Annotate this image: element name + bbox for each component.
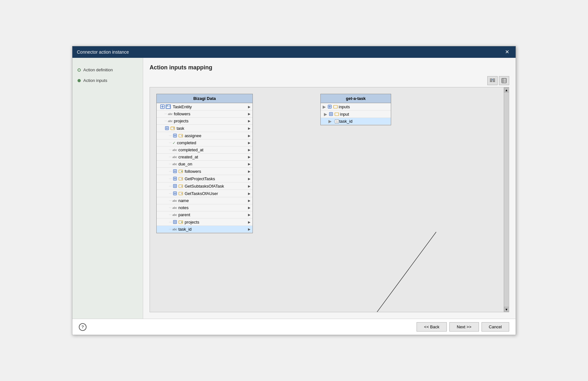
table-row-get-task-id[interactable]: ▶ ·· 1 task_id [321,118,391,125]
tree-dots: ···· [169,170,172,173]
folder-icon [178,191,183,196]
table-row[interactable]: ▶ input [321,111,391,118]
abc-icon: abc [172,206,177,209]
row-label: GetProjectTasks [185,176,215,181]
table-row[interactable]: ···· abc projects ▶ [157,118,253,125]
content-area: Action inputs mapping [143,58,516,319]
row-arrow[interactable]: ▶ [248,148,251,152]
entity-followers-icon [178,169,183,174]
get-a-task-table: get-a-task ▶ inputs [320,94,391,125]
row-label: due_on [178,162,192,166]
folder-icon [178,183,183,189]
row-arrow[interactable]: ▶ [248,162,251,166]
footer-left: ? [79,323,87,331]
mapping-inner: Bizagi Data [150,87,504,312]
mapping-area: ▲ ▼ Bizagi Data [150,87,509,312]
table-row[interactable]: ···· abc parent ▶ [157,211,253,218]
list-view-btn[interactable] [499,76,509,85]
sidebar-item-action-definition[interactable]: Action definition [78,67,138,72]
svg-rect-1 [490,80,492,81]
scrollbar[interactable]: ▲ ▼ [504,87,509,312]
table-row[interactable]: ···· abc notes ▶ [157,204,253,211]
table-row[interactable]: ▶ inputs [321,103,391,111]
row-arrow[interactable]: ▶ [248,192,251,195]
svg-rect-15 [166,105,170,108]
folder-icon [178,133,183,138]
table-row-task-id[interactable]: ···· abc task_id ▶ [157,226,253,233]
row-arrow[interactable]: ▶ [248,220,251,224]
svg-point-27 [181,135,182,136]
folder-icon [178,176,183,181]
row-arrow[interactable]: ▶ [248,127,251,130]
row-arrow[interactable]: ▶ [248,206,251,209]
table-row[interactable]: ···· GetSubtasksOfATask ▶ [157,182,253,190]
svg-point-37 [181,178,182,179]
table-row[interactable]: ···· followers ▶ [157,168,253,175]
table-row[interactable]: ···· abc name ▶ [157,197,253,204]
svg-rect-0 [490,79,492,79]
list-icon [501,78,507,84]
table-row[interactable]: ···· GetTasksOfAUser ▶ [157,190,253,197]
row-arrow[interactable]: ▶ [248,170,251,173]
tree-dots: ···· [169,206,172,209]
expand-icon [172,191,178,196]
tree-dots: ···· [169,185,172,188]
tree-dots: ···· [164,112,167,115]
row-arrow[interactable]: ▶ [248,213,251,217]
back-button[interactable]: << Back [417,322,447,332]
num-icon: 1 [335,120,339,123]
svg-rect-3 [493,79,495,79]
tree-dots: ·· [333,120,334,123]
row-label: followers [185,169,201,174]
row-label: task [177,126,184,131]
table-row[interactable]: ···· assignee ▶ [157,132,253,139]
row-arrow[interactable]: ▶ [248,227,251,231]
table-row[interactable]: ···· abc due_on ▶ [157,161,253,168]
row-arrow[interactable]: ▶ [248,184,251,188]
expand-icon [160,104,165,109]
entity-icon [166,104,171,109]
expand-icon [172,183,178,189]
table-row[interactable]: ···· projects ▶ [157,218,253,226]
table-row[interactable]: ···· abc followers ▶ [157,111,253,118]
footer-buttons: << Back Next >> Cancel [417,322,509,332]
mapping-view-btn[interactable] [487,76,498,85]
abc-icon: abc [172,199,177,202]
row-label: task_id [178,227,191,232]
table-row[interactable]: ···· abc completed_at ▶ [157,146,253,154]
sidebar-item-action-inputs[interactable]: Action inputs [78,78,138,83]
svg-point-47 [181,193,182,194]
table-row[interactable]: TaskEntity ▶ [157,103,253,111]
row-arrow[interactable]: ▶ [248,134,251,137]
cancel-button[interactable]: Cancel [482,322,509,332]
close-button[interactable]: ✕ [503,49,511,55]
abc-icon: abc [172,163,177,166]
row-label: notes [178,205,188,210]
svg-point-52 [181,222,182,223]
row-arrow[interactable]: ▶ [248,112,251,116]
tree-dots: ···· [169,228,172,231]
table-row[interactable]: ···· ✓ completed ▶ [157,139,253,146]
sidebar-label-action-inputs: Action inputs [83,78,107,83]
row-arrow[interactable]: ▶ [248,141,251,145]
scroll-up[interactable]: ▲ [504,87,509,93]
bizagi-data-table: Bizagi Data [156,94,253,233]
table-row[interactable]: ···· GetProjectTasks ▶ [157,175,253,182]
row-arrow[interactable]: ▶ [248,119,251,123]
table-row[interactable]: task ▶ [157,125,253,132]
row-label: completed [177,140,196,145]
toolbar [150,76,509,85]
abc-icon: abc [172,148,177,152]
row-label: followers [174,111,190,116]
row-arrow[interactable]: ▶ [248,105,251,109]
row-arrow[interactable]: ▶ [248,155,251,159]
help-button[interactable]: ? [79,323,87,331]
row-arrow[interactable]: ▶ [248,177,251,181]
table-row[interactable]: ···· abc created_at ▶ [157,154,253,161]
folder-icon [334,111,339,117]
next-button[interactable]: Next >> [449,322,479,332]
scroll-thumb[interactable] [504,93,509,307]
scroll-down[interactable]: ▼ [504,307,509,312]
row-label: GetSubtasksOfATask [185,184,224,189]
row-arrow[interactable]: ▶ [248,199,251,202]
